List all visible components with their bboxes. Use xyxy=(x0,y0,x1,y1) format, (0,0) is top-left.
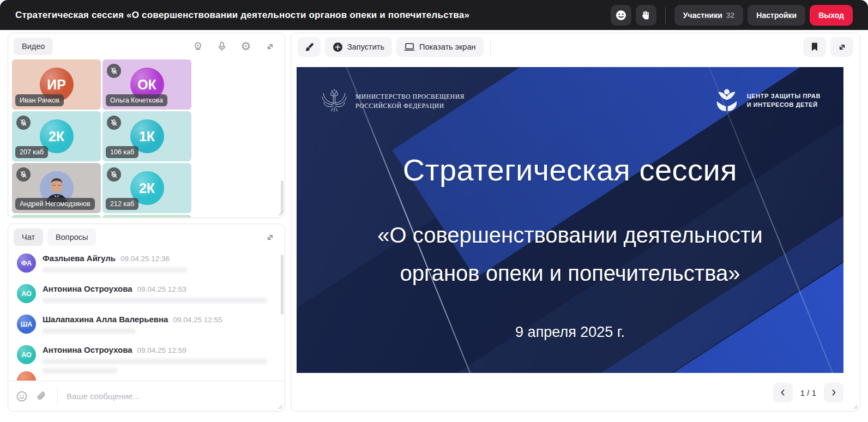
reactions-button[interactable] xyxy=(611,5,631,26)
chevron-left-icon xyxy=(779,388,787,397)
presentation-resize-handle[interactable] xyxy=(853,405,858,409)
chat-panel: Чат Вопросы ФА Фазлыева Айгуль 09.04.25 … xyxy=(8,224,285,412)
mic-off-icon xyxy=(16,116,31,130)
participants-label: Участники xyxy=(683,11,722,20)
tab-video[interactable]: Видео xyxy=(14,38,53,55)
settings-button[interactable]: Настройки xyxy=(748,5,805,26)
hand-icon xyxy=(641,10,652,21)
chat-message: ФА Фазлыева Айгуль 09.04.25 12:36 xyxy=(17,254,276,276)
session-title: Стратегическая сессия «О совершенствован… xyxy=(15,10,469,21)
video-expand-button[interactable] xyxy=(261,38,279,55)
avatar: АО xyxy=(17,345,36,364)
slide-pagination: 1 / 1 xyxy=(773,383,843,402)
start-button[interactable]: Запустить xyxy=(325,37,392,57)
ministry-logo: МИНИСТЕРСТВО ПРОСВЕЩЕНИЯ РОССИЙСКОЙ ФЕДЕ… xyxy=(320,88,465,115)
chat-resize-handle[interactable] xyxy=(278,405,283,409)
message-timestamp: 09.04.25 12:36 xyxy=(120,255,170,263)
emoji-picker-button[interactable] xyxy=(16,390,28,402)
next-slide-button[interactable] xyxy=(824,383,843,402)
message-body-redacted xyxy=(43,267,276,273)
video-tile[interactable]: Андрей Негомодзянов xyxy=(12,163,101,213)
presentation-expand-button[interactable] xyxy=(830,37,853,57)
share-screen-button[interactable]: Показать экран xyxy=(396,37,484,57)
exit-button[interactable]: Выход xyxy=(810,5,853,26)
expand-icon xyxy=(266,42,275,51)
top-bar: Стратегическая сессия «О совершенствован… xyxy=(0,0,868,30)
message-body-redacted xyxy=(43,328,276,334)
participant-name: 212 каб xyxy=(106,198,138,210)
center-logo-line1: ЦЕНТР ЗАЩИТЫ ПРАВ xyxy=(747,92,821,101)
center-logo: ЦЕНТР ЗАЩИТЫ ПРАВ И ИНТЕРЕСОВ ДЕТЕЙ xyxy=(713,88,821,114)
screen-icon xyxy=(404,42,415,52)
previous-slide-button[interactable] xyxy=(773,383,793,402)
tab-questions[interactable]: Вопросы xyxy=(47,228,96,246)
slide-title: Стратегическая сессия xyxy=(297,152,843,188)
microphone-button[interactable] xyxy=(213,38,231,55)
raise-hand-button[interactable] xyxy=(636,5,656,26)
video-tile[interactable]: ДЕ Дамир Ережипалиев xyxy=(12,215,101,218)
page-indicator: 1 / 1 xyxy=(800,388,816,397)
settings-label: Настройки xyxy=(756,11,797,20)
participant-name: 106 каб xyxy=(106,146,138,158)
child-protection-emblem-icon xyxy=(713,88,740,114)
mic-off-icon xyxy=(107,116,121,130)
video-tile[interactable]: 2К 207 каб xyxy=(12,111,101,161)
video-settings-button[interactable]: ⚙ xyxy=(237,38,255,55)
tab-chat[interactable]: Чат xyxy=(14,228,43,246)
video-tile[interactable]: ИР Иван Рачков xyxy=(12,59,101,110)
chat-message-list[interactable]: ФА Фазлыева Айгуль 09.04.25 12:36 АО Ант… xyxy=(8,250,285,381)
chat-scrollbar[interactable] xyxy=(281,255,284,315)
expand-icon xyxy=(837,43,847,52)
message-body-redacted xyxy=(43,298,276,303)
plus-circle-icon xyxy=(333,42,343,52)
message-timestamp: 09.04.25 12:53 xyxy=(137,285,186,293)
video-scrollbar[interactable] xyxy=(281,180,284,213)
participants-count: 32 xyxy=(726,11,735,20)
ministry-logo-line2: РОССИЙСКОЙ ФЕДЕРАЦИИ xyxy=(355,101,465,111)
ministry-logo-line1: МИНИСТЕРСТВО ПРОСВЕЩЕНИЯ xyxy=(355,92,465,101)
video-tile[interactable]: 2К 212 каб xyxy=(103,163,191,213)
bookmark-button[interactable] xyxy=(803,37,826,57)
slide-subtitle-line1: «О совершенствовании деятельности xyxy=(297,216,843,254)
expand-icon xyxy=(266,233,275,242)
slide-subtitle: «О совершенствовании деятельности органо… xyxy=(297,216,843,292)
chat-expand-button[interactable] xyxy=(261,229,279,245)
draw-button[interactable] xyxy=(298,37,321,57)
webinar-app: Стратегическая сессия «О совершенствован… xyxy=(0,0,868,422)
smiley-icon xyxy=(615,9,627,21)
camera-button[interactable] xyxy=(189,38,207,55)
eagle-emblem-icon xyxy=(320,88,349,115)
video-resize-handle[interactable] xyxy=(278,211,283,216)
avatar xyxy=(17,371,36,381)
top-bar-actions: Участники 32 Настройки Выход xyxy=(611,5,853,26)
participant-name: Иван Рачков xyxy=(15,94,64,106)
mic-off-icon xyxy=(107,167,121,182)
input-divider xyxy=(57,388,58,405)
slide-date: 9 апреля 2025 г. xyxy=(297,324,843,341)
video-tile[interactable]: ОК Ольга Кочеткова xyxy=(103,59,191,110)
presentation-slide[interactable]: МИНИСТЕРСТВО ПРОСВЕЩЕНИЯ РОССИЙСКОЙ ФЕДЕ… xyxy=(297,67,843,373)
video-tile[interactable]: 5Г 5 группа 8 чел xyxy=(103,215,191,218)
start-label: Запустить xyxy=(347,43,384,51)
chat-message-partial xyxy=(17,371,36,381)
attach-file-button[interactable] xyxy=(35,390,47,402)
message-author: Фазлыева Айгуль xyxy=(43,254,116,263)
video-tile[interactable]: 1К 106 каб xyxy=(103,111,191,161)
message-body-redacted xyxy=(43,359,276,373)
exit-label: Выход xyxy=(818,11,844,20)
chat-message: АО Антонина Остроухова 09.04.25 12:53 xyxy=(17,284,276,307)
slide-subtitle-line2: органов опеки и попечительства» xyxy=(297,254,843,292)
presentation-toolbar: Запустить Показать экран xyxy=(291,33,860,61)
participant-name: 207 каб xyxy=(15,146,48,158)
message-timestamp: 09.04.25 12:55 xyxy=(173,316,222,324)
participants-button[interactable]: Участники 32 xyxy=(674,5,744,26)
avatar: АО xyxy=(17,284,36,303)
center-logo-line2: И ИНТЕРЕСОВ ДЕТЕЙ xyxy=(747,101,821,110)
share-screen-label: Показать экран xyxy=(419,43,476,51)
message-input[interactable] xyxy=(67,391,277,401)
message-author: Антонина Остроухова xyxy=(43,345,132,354)
toolbar-divider xyxy=(490,39,491,55)
participant-name: Ольга Кочеткова xyxy=(106,94,167,106)
video-panel: Видео ⚙ xyxy=(8,33,285,218)
mic-off-icon xyxy=(107,64,121,78)
